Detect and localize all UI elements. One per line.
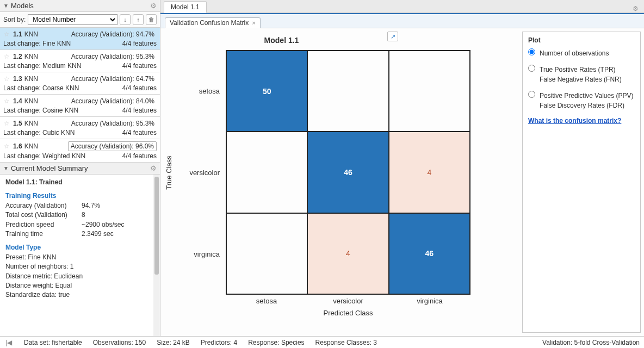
model-item[interactable]: ☆1.5KNNAccuracy (Validation): 95.3%Last … bbox=[0, 117, 160, 139]
summary-line: Distance weight: Equal bbox=[5, 281, 154, 290]
summary-value: 2.3499 sec bbox=[82, 229, 114, 239]
y-tick: versicolor bbox=[182, 132, 223, 213]
summary-key: Total cost (Validation) bbox=[5, 210, 82, 220]
summary-value: 94.7% bbox=[82, 201, 100, 210]
status-classes: Response Classes: 3 bbox=[315, 339, 377, 346]
radio-ppv-fdr-label: Positive Predictive Values (PPV)False Di… bbox=[540, 91, 634, 110]
accuracy-badge: Accuracy (Validation): 95.3% bbox=[69, 119, 157, 128]
summary-key: Training time bbox=[5, 229, 82, 239]
model-item[interactable]: ☆1.1KNNAccuracy (Validation): 94.7%Last … bbox=[0, 28, 160, 50]
accuracy-badge: Accuracy (Validation): 94.7% bbox=[69, 30, 157, 39]
model-change: Last change: Cosine KNN bbox=[3, 107, 78, 114]
sort-label: Sort by: bbox=[3, 16, 26, 23]
scrollbar[interactable] bbox=[153, 175, 160, 336]
gear-icon[interactable]: ⚙ bbox=[633, 5, 641, 13]
summary-line: Distance metric: Euclidean bbox=[5, 272, 154, 281]
model-features: 4/4 features bbox=[122, 129, 157, 136]
model-id: 1.3 bbox=[13, 75, 22, 83]
radio-observations[interactable] bbox=[528, 48, 535, 55]
model-id: 1.1 bbox=[13, 30, 22, 38]
matrix-cell: 50 bbox=[226, 51, 307, 132]
radio-tpr-fnr[interactable] bbox=[528, 65, 535, 72]
sort-select[interactable]: Model Number bbox=[28, 14, 117, 25]
models-panel-header: ▼ Models ⚙ bbox=[0, 0, 160, 12]
tab-bar: Model 1.1 ⚙ bbox=[160, 0, 644, 13]
x-tick: versicolor bbox=[307, 297, 389, 305]
tab-model[interactable]: Model 1.1 bbox=[164, 1, 207, 13]
matrix-cell bbox=[389, 51, 470, 132]
help-link[interactable]: What is the confusion matrix? bbox=[528, 117, 635, 125]
plot-options-panel: Plot Number of observations True Positiv… bbox=[522, 32, 641, 333]
collapse-icon[interactable]: ▼ bbox=[3, 165, 9, 171]
scrollbar-thumb[interactable] bbox=[154, 177, 159, 275]
status-response: Response: Species bbox=[248, 339, 304, 346]
status-validation: Validation: 5-fold Cross-Validation bbox=[542, 339, 640, 346]
star-icon[interactable]: ☆ bbox=[2, 119, 11, 128]
radio-tpr-fnr-label: True Positive Rates (TPR)False Negative … bbox=[540, 65, 622, 84]
model-item[interactable]: ☆1.2KNNAccuracy (Validation): 95.3%Last … bbox=[0, 50, 160, 72]
matrix-cell bbox=[226, 213, 307, 294]
model-item[interactable]: ☆1.3KNNAccuracy (Validation): 64.7%Last … bbox=[0, 72, 160, 95]
models-sidebar: ▼ Models ⚙ Sort by: Model Number ↓ ↑ 🗑 ☆… bbox=[0, 0, 160, 336]
model-name: KNN bbox=[24, 142, 38, 150]
model-features: 4/4 features bbox=[122, 62, 157, 70]
accuracy-badge: Accuracy (Validation): 64.7% bbox=[69, 74, 157, 83]
summary-panel-header: ▼ Current Model Summary ⚙ bbox=[0, 163, 160, 175]
close-icon[interactable]: × bbox=[252, 20, 255, 26]
summary-value: ~2900 obs/sec bbox=[82, 220, 124, 229]
summary-line: Number of neighbors: 1 bbox=[5, 262, 154, 271]
model-list: ☆1.1KNNAccuracy (Validation): 94.7%Last … bbox=[0, 28, 160, 163]
matrix-cell bbox=[226, 132, 307, 213]
x-tick: setosa bbox=[226, 297, 307, 305]
subtab-confusion-matrix[interactable]: Validation Confusion Matrix × bbox=[165, 17, 261, 28]
summary-title: Current Model Summary bbox=[11, 164, 150, 172]
model-name: KNN bbox=[24, 97, 38, 105]
back-icon[interactable]: |◀ bbox=[4, 339, 13, 346]
model-id: 1.6 bbox=[13, 142, 22, 150]
x-tick-labels: setosaversicolorvirginica bbox=[226, 297, 470, 305]
chart-zone: ↗ Model 1.1 True Class setosaversicolorv… bbox=[160, 28, 522, 336]
delete-button[interactable]: 🗑 bbox=[146, 14, 157, 25]
model-features: 4/4 features bbox=[122, 152, 157, 160]
summary-line: Preset: Fine KNN bbox=[5, 253, 154, 262]
accuracy-badge: Accuracy (Validation): 84.0% bbox=[69, 97, 157, 105]
gear-icon[interactable]: ⚙ bbox=[150, 164, 157, 172]
status-observations: Observations: 150 bbox=[93, 339, 146, 346]
summary-key: Prediction speed bbox=[5, 220, 82, 229]
model-change: Last change: Weighted KNN bbox=[3, 152, 85, 160]
summary-model-title: Model 1.1: Trained bbox=[5, 178, 154, 187]
matrix-cell: 46 bbox=[307, 132, 388, 213]
model-id: 1.4 bbox=[13, 97, 22, 105]
sort-up-button[interactable]: ↑ bbox=[133, 14, 144, 25]
model-type-heading: Model Type bbox=[5, 243, 154, 252]
model-item[interactable]: ☆1.4KNNAccuracy (Validation): 84.0%Last … bbox=[0, 95, 160, 117]
summary-key: Accuracy (Validation) bbox=[5, 201, 82, 210]
model-features: 4/4 features bbox=[122, 40, 157, 47]
summary-value: 8 bbox=[82, 210, 85, 220]
star-icon[interactable]: ☆ bbox=[2, 97, 11, 105]
star-icon[interactable]: ☆ bbox=[2, 142, 11, 151]
model-id: 1.5 bbox=[13, 120, 22, 127]
x-tick: virginica bbox=[389, 297, 470, 305]
sort-down-button[interactable]: ↓ bbox=[120, 14, 131, 25]
gear-icon[interactable]: ⚙ bbox=[150, 2, 157, 10]
star-icon[interactable]: ☆ bbox=[2, 74, 11, 83]
sort-row: Sort by: Model Number ↓ ↑ 🗑 bbox=[0, 12, 160, 28]
radio-observations-label: Number of observations bbox=[540, 48, 609, 58]
matrix-cell: 4 bbox=[389, 132, 470, 213]
star-icon[interactable]: ☆ bbox=[2, 30, 11, 39]
plot-panel-title: Plot bbox=[528, 36, 635, 44]
collapse-icon[interactable]: ▼ bbox=[3, 3, 9, 9]
model-id: 1.2 bbox=[13, 53, 22, 60]
training-results-heading: Training Results bbox=[5, 191, 154, 201]
matrix-cell: 46 bbox=[389, 213, 470, 294]
star-icon[interactable]: ☆ bbox=[2, 52, 11, 61]
model-item[interactable]: ☆1.6KNNAccuracy (Validation): 96.0%Last … bbox=[0, 139, 160, 163]
summary-line: Standardize data: true bbox=[5, 290, 154, 300]
model-change: Last change: Coarse KNN bbox=[3, 84, 79, 92]
radio-ppv-fdr[interactable] bbox=[528, 91, 535, 98]
model-change: Last change: Medium KNN bbox=[3, 62, 81, 70]
model-change: Last change: Cubic KNN bbox=[3, 129, 75, 136]
matrix-cell bbox=[307, 51, 388, 132]
model-change: Last change: Fine KNN bbox=[3, 40, 71, 47]
